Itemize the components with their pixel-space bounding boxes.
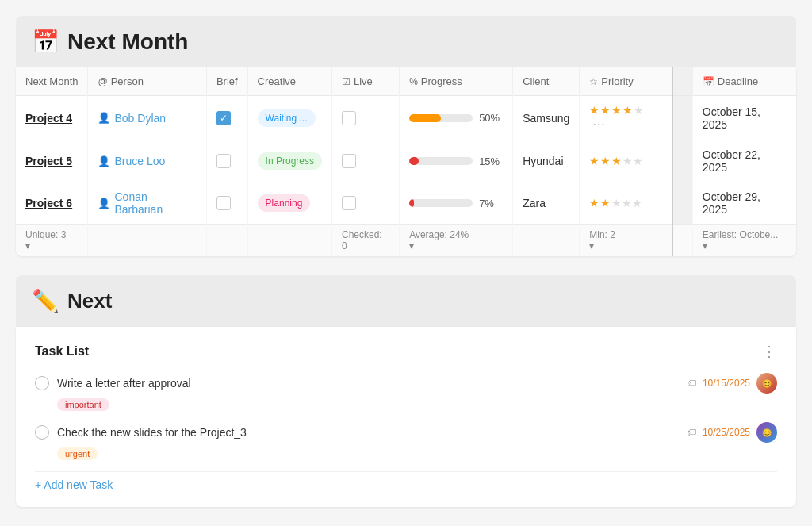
progress-bar [409,114,473,122]
stars: ★★★★ [589,104,634,117]
project-link[interactable]: Project 5 [25,155,72,167]
live-checkbox[interactable] [342,111,356,125]
project-link[interactable]: Project 6 [25,197,72,209]
col-deadline: 📅Deadline [692,67,796,96]
tag-badge-important: important [57,398,109,411]
project-cell[interactable]: Project 4 [16,96,88,140]
progress-cell: 15% [400,140,513,182]
footer-empty-brief [206,225,247,257]
progress-value: 15% [479,155,503,167]
pencil-icon: ✏️ [32,288,59,314]
brief-checkbox[interactable] [216,196,231,210]
next-month-header: 📅 Next Month [16,16,796,67]
progress-fill [409,157,419,165]
stars: ★★★ [589,155,622,167]
progress-bar [409,199,473,207]
project-cell[interactable]: Project 6 [16,182,88,225]
add-task-label[interactable]: + Add new Task [35,478,113,491]
more-icon[interactable]: ⋯ [592,117,605,131]
deadline-cell: October 15, 2025 [692,96,796,140]
next-section: ✏️ Next Task List ⋮ Write a letter after… [16,275,796,507]
table-header-row: Next Month @Person Brief Creative ☑Live … [16,67,796,96]
progress-cell: 50% [400,96,513,140]
col-live: ☑Live [331,67,399,96]
task-checkbox[interactable] [35,425,49,440]
table-row: Project 4 👤 Bob Dylan ✓ Waiting ... [16,96,796,140]
progress-fill [409,114,441,122]
col-priority: ☆Priority [580,67,672,96]
footer-average[interactable]: Average: 24% ▾ [400,225,513,257]
progress-cell: 7% [400,182,513,225]
priority-cell: ★★★★★ ⋯ [580,96,672,140]
creative-cell[interactable]: Planning [247,182,331,225]
task-row: Check the new slides for the Project_3 🏷… [35,422,777,443]
col-client: Client [513,67,580,96]
add-task-button[interactable]: + Add new Task [35,471,777,491]
task-checkbox[interactable] [35,376,49,390]
avatar-initials: 😊 [762,379,772,388]
footer-unique[interactable]: Unique: 3 ▾ [16,225,88,257]
next-month-title: Next Month [67,29,188,55]
stars: ★★ [589,197,611,209]
footer-checked[interactable]: Checked: 0 [331,225,399,257]
person-icon: 👤 [98,155,110,167]
footer-earliest[interactable]: Earliest: Octobe... ▾ [692,225,796,257]
table-row: Project 6 👤 Conan Barbarian Planning [16,182,796,225]
client-cell: Samsung [513,96,580,140]
creative-cell[interactable]: In Progress [247,140,331,182]
status-badge-planning[interactable]: Planning [258,194,311,212]
person-cell[interactable]: 👤 Bruce Loo [88,140,206,182]
brief-cell[interactable]: ✓ [206,96,247,140]
project-link[interactable]: Project 4 [25,112,72,125]
live-cell[interactable] [331,140,399,182]
client-cell: Zara [513,182,580,225]
col-brief: Brief [206,67,247,96]
person-cell[interactable]: 👤 Conan Barbarian [88,182,206,225]
task-right: 🏷 10/25/2025 😊 [687,422,777,443]
divider-cell [672,182,693,225]
more-options-button[interactable]: ⋮ [762,343,777,360]
brief-cell[interactable] [206,182,247,225]
project-cell[interactable]: Project 5 [16,140,88,182]
person-name: Bruce Loo [114,155,165,167]
person-cell[interactable]: 👤 Bob Dylan [88,96,206,140]
deadline-cell: October 29, 2025 [692,182,796,225]
live-checkbox[interactable] [342,154,356,168]
tag-badge-urgent: urgent [57,447,98,460]
brief-cell[interactable] [206,140,247,182]
person-icon: 👤 [98,198,110,209]
progress-value: 7% [479,198,503,209]
task-date: 10/25/2025 [703,427,750,438]
live-cell[interactable] [331,96,399,140]
task-left: Write a letter after approval [35,376,191,390]
col-creative: Creative [247,67,331,96]
status-badge-waiting[interactable]: Waiting ... [258,109,316,127]
col-name: Next Month [16,67,88,96]
status-badge-inprogress[interactable]: In Progress [258,152,322,170]
brief-checkbox-checked[interactable]: ✓ [216,111,231,125]
priority-cell: ★★★★★ [580,182,672,225]
brief-checkbox[interactable] [216,154,231,168]
tag-icon: 🏷 [687,378,696,389]
task-item: Write a letter after approval 🏷 10/15/20… [35,373,777,411]
table-row: Project 5 👤 Bruce Loo In Progress [16,140,796,182]
task-card-header: Task List ⋮ [35,343,777,360]
divider-cell [672,140,693,182]
person-name: Bob Dylan [114,112,166,125]
avatar: 😊 [756,373,777,394]
table-footer-row: Unique: 3 ▾ Checked: 0 Average: 24% ▾ Mi… [16,225,796,257]
live-checkbox[interactable] [342,196,356,210]
task-right: 🏷 10/15/2025 😊 [687,373,777,394]
task-date: 10/15/2025 [703,378,750,389]
footer-empty-creative [247,225,331,257]
creative-cell[interactable]: Waiting ... [247,96,331,140]
task-text: Check the new slides for the Project_3 [57,426,247,439]
progress-bar [409,157,473,165]
live-cell[interactable] [331,182,399,225]
footer-empty-client [513,225,580,257]
task-card: Task List ⋮ Write a letter after approva… [16,327,796,507]
person-icon: 👤 [98,112,110,124]
footer-min[interactable]: Min: 2 ▾ [580,225,672,257]
task-left: Check the new slides for the Project_3 [35,425,247,440]
progress-fill [409,199,414,207]
